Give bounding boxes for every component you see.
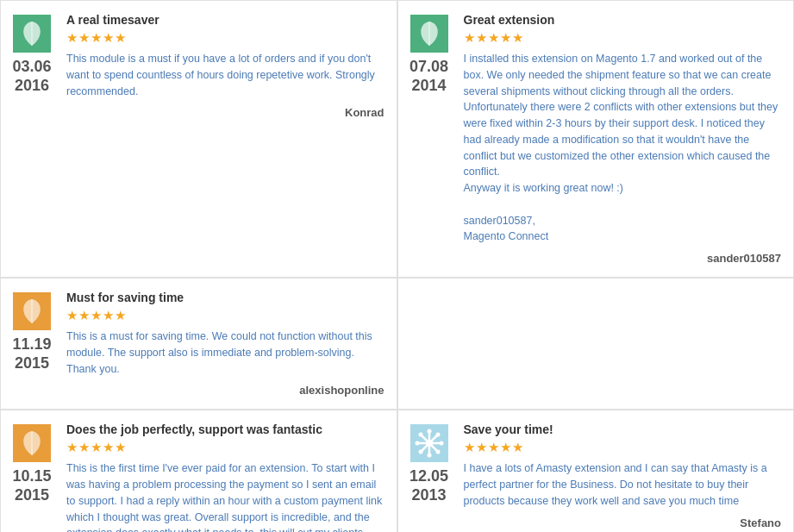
review-text: This is a must for saving time. We could… — [66, 329, 384, 377]
review-date-year: 2013 — [411, 486, 446, 505]
review-title: A real timesaver — [66, 13, 384, 27]
review-card-must-saving-time: 11.19 2015 Must for saving time ★★★★★ Th… — [0, 278, 397, 410]
svg-point-14 — [435, 450, 440, 454]
review-card-great-extension: 07.08 2014 Great extension ★★★★★ I insta… — [397, 0, 795, 278]
svg-point-9 — [427, 429, 431, 434]
svg-point-13 — [418, 433, 422, 437]
review-date-year: 2015 — [15, 486, 49, 505]
review-stars: ★★★★★ — [464, 30, 782, 46]
review-content: Save your time! ★★★★★ I have a lots of A… — [460, 422, 782, 532]
review-date-day: 03.06 — [12, 58, 51, 77]
reviewer-name: alexishoponline — [66, 384, 384, 397]
reviewer-name: sander010587 — [464, 252, 782, 265]
reviewer-name: Konrad — [66, 106, 384, 119]
svg-point-10 — [427, 454, 431, 458]
review-date-year: 2015 — [15, 354, 49, 373]
review-title: Must for saving time — [66, 291, 384, 304]
review-content: Must for saving time ★★★★★ This is a mus… — [63, 291, 384, 397]
review-date-year: 2016 — [15, 77, 49, 96]
review-card-does-job: 10.15 2015 Does the job perfectly, suppo… — [0, 410, 397, 532]
date-column: 12.05 2013 — [398, 422, 460, 532]
review-date-day: 11.19 — [12, 335, 51, 354]
review-card-save-time: 12.05 2013 Save your time! ★★★★★ I have … — [397, 410, 795, 532]
avatar — [13, 15, 51, 53]
empty-cell — [397, 278, 795, 410]
date-column: 03.06 2016 — [1, 13, 63, 265]
date-column: 11.19 2015 — [1, 291, 63, 397]
review-text: I installed this extension on Magento 1.… — [464, 51, 782, 245]
avatar — [13, 424, 51, 462]
date-column: 07.08 2014 — [398, 13, 460, 265]
svg-point-16 — [418, 450, 422, 454]
review-date-day: 12.05 — [410, 467, 448, 486]
review-stars: ★★★★★ — [66, 308, 384, 323]
svg-point-15 — [435, 433, 440, 437]
svg-point-12 — [439, 441, 443, 446]
review-title: Does the job perfectly, support was fant… — [66, 422, 384, 436]
avatar — [410, 15, 448, 53]
review-title: Great extension — [464, 13, 782, 27]
review-title: Save your time! — [464, 422, 782, 436]
review-stars: ★★★★★ — [66, 30, 384, 46]
review-date-year: 2014 — [411, 77, 446, 96]
svg-point-11 — [415, 441, 419, 446]
review-text: This module is a must if you have a lot … — [66, 51, 384, 99]
avatar — [13, 292, 51, 330]
review-content: A real timesaver ★★★★★ This module is a … — [63, 13, 384, 265]
reviewer-name: Stefano — [464, 516, 782, 529]
review-stars: ★★★★★ — [464, 440, 782, 455]
review-text: I have a lots of Amasty extension and I … — [464, 460, 782, 509]
review-stars: ★★★★★ — [66, 440, 384, 455]
review-content: Does the job perfectly, support was fant… — [63, 422, 384, 532]
review-text: This is the first time I've ever paid fo… — [66, 460, 384, 532]
review-date-day: 10.15 — [12, 467, 51, 486]
review-content: Great extension ★★★★★ I installed this e… — [460, 13, 782, 265]
reviews-grid: 03.06 2016 A real timesaver ★★★★★ This m… — [0, 0, 794, 532]
svg-point-17 — [426, 440, 433, 447]
review-date-day: 07.08 — [410, 58, 448, 77]
date-column: 10.15 2015 — [1, 422, 63, 532]
review-card-real-timesaver: 03.06 2016 A real timesaver ★★★★★ This m… — [0, 0, 397, 278]
avatar — [410, 424, 448, 462]
